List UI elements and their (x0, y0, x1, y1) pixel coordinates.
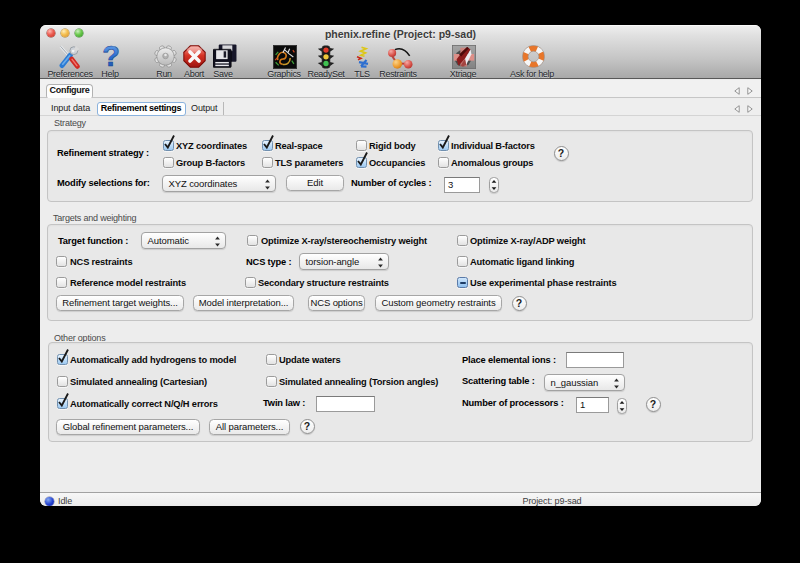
svg-text:?: ? (102, 42, 120, 71)
